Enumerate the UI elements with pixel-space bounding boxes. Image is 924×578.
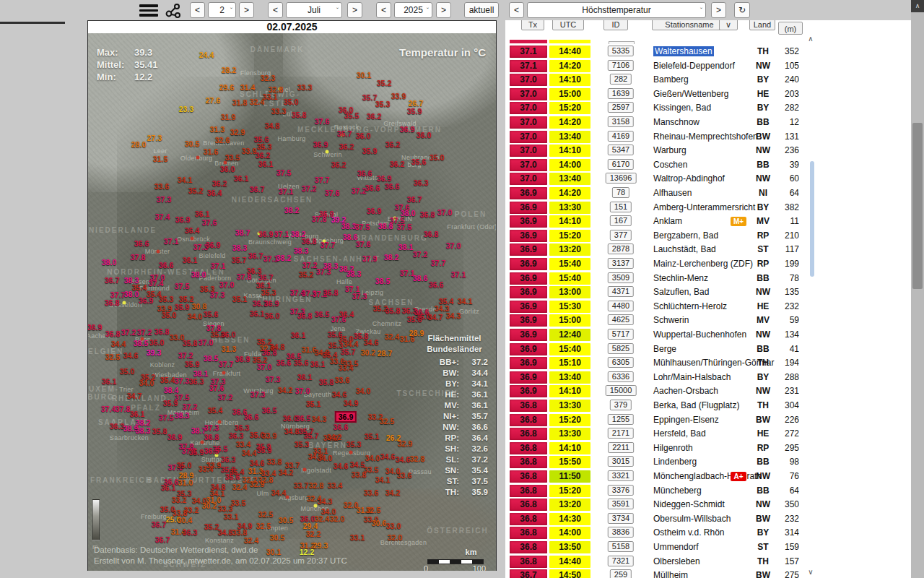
table-row[interactable]: 37.013:4013696Waltrop-AbdinghofNW60 xyxy=(505,172,816,186)
day-select[interactable]: 2ˇ xyxy=(208,2,236,18)
station-name[interactable]: Waltrop-Abdinghof xyxy=(653,173,725,184)
station-id-button[interactable]: 151 xyxy=(610,202,632,212)
station-name[interactable]: Obersulm-Willsbach xyxy=(653,514,731,524)
table-scrollbar-thumb[interactable] xyxy=(810,161,814,277)
mode-prev-button[interactable]: < xyxy=(509,2,524,18)
station-name[interactable]: Müllheim xyxy=(653,570,688,578)
station-id-button[interactable]: 1639 xyxy=(608,88,634,99)
table-row[interactable]: 37.114:207106Bielefeld-DeppendorfNW105 xyxy=(505,59,816,73)
table-row[interactable]: 36.813:203591Nideggen-SchmidtNW350 xyxy=(505,498,816,512)
station-id-button[interactable]: 7321 xyxy=(608,556,634,566)
station-name[interactable]: Bamberg xyxy=(653,74,689,85)
station-name[interactable]: Schwerin xyxy=(653,315,689,325)
table-row[interactable]: 37.015:001639Gießen/WettenbergHE203 xyxy=(505,87,816,101)
station-name[interactable]: Wuppertal-Buchenhofen xyxy=(653,329,746,340)
table-row[interactable]: 36.915:403137Mainz-Lerchenberg (ZDF)RP19… xyxy=(505,257,816,271)
station-id-button[interactable]: 3137 xyxy=(608,258,634,269)
station-id-button[interactable]: 4371 xyxy=(608,286,634,297)
refresh-button[interactable]: ↻ xyxy=(734,2,750,18)
table-row[interactable]: 36.813:30379Berka, Bad (Flugplatz)TH304 xyxy=(505,399,816,413)
station-id-button[interactable]: 5717 xyxy=(608,329,634,340)
mode-next-button[interactable]: > xyxy=(711,2,726,18)
station-id-button[interactable]: 15000 xyxy=(606,385,637,396)
station-name[interactable]: Müncheberg xyxy=(653,486,702,496)
day-prev-button[interactable]: < xyxy=(190,2,205,18)
table-row[interactable]: 36.814:003836Ostheim v.d. RhönBY314 xyxy=(505,526,816,540)
table-row[interactable]: 37.014:006170CoschenBB39 xyxy=(505,158,816,172)
station-id-button[interactable]: 4169 xyxy=(608,131,634,142)
table-row[interactable]: 37.014:203158ManschnowBB12 xyxy=(505,116,816,129)
temperature-map[interactable]: Max:Mittel:Min: 39.335.4112.2 Temperatur… xyxy=(88,33,496,571)
table-row[interactable]: 36.815:201255Eppingen-ElsenzBW226 xyxy=(505,413,816,427)
station-name[interactable]: Hersfeld, Bad xyxy=(653,428,706,439)
station-name[interactable]: Salzuflen, Bad xyxy=(653,287,709,297)
station-id-button[interactable]: 2211 xyxy=(608,442,634,453)
station-name[interactable]: Warburg xyxy=(653,145,687,155)
station-id-button[interactable]: 4480 xyxy=(608,301,634,311)
station-id-button[interactable]: 3734 xyxy=(608,513,634,524)
year-select[interactable]: 2025ˇ xyxy=(394,2,432,18)
station-id-button[interactable]: 5347 xyxy=(608,144,634,155)
year-prev-button[interactable]: < xyxy=(376,2,391,18)
station-name[interactable]: Eppingen-Elsenz xyxy=(653,415,719,425)
table-row[interactable]: 36.813:302171Hersfeld, BadHE272 xyxy=(505,427,816,441)
table-row[interactable]: 36.913:30151Amberg-UnterammersrichtBY382 xyxy=(505,201,816,215)
table-scroll-up-icon[interactable]: ∧ xyxy=(806,35,816,43)
table-row[interactable]: 36.814:102211HilgenrothRP295 xyxy=(505,441,816,455)
table-row[interactable]: 36.915:405825BergeBB41 xyxy=(505,342,816,356)
station-name[interactable]: Olbersleben xyxy=(653,556,700,566)
table-row[interactable]: 36.914:2078AlfhausenNI64 xyxy=(505,186,816,200)
table-row[interactable]: 36.915:403509Stechlin-MenzBB78 xyxy=(505,272,816,285)
scrollbar-thumb[interactable] xyxy=(912,123,923,289)
station-name[interactable]: Rheinau-Memprechtshofen xyxy=(653,131,758,142)
station-id-button[interactable]: 3376 xyxy=(608,485,634,496)
station-id-button[interactable]: 6170 xyxy=(608,159,634,170)
year-next-button[interactable]: > xyxy=(436,2,451,18)
station-id-button[interactable]: 6336 xyxy=(608,371,634,382)
station-id-button[interactable]: 3015 xyxy=(608,456,634,467)
station-id-button[interactable]: 2171 xyxy=(608,428,634,439)
station-name[interactable]: Coschen xyxy=(653,160,687,170)
table-row[interactable]: 36.814:407321OlberslebenTH157 xyxy=(505,555,816,569)
table-row[interactable]: 36.714:50259MüllheimBW275 xyxy=(505,569,816,578)
station-id-button[interactable]: 167 xyxy=(610,215,632,226)
table-row[interactable]: 36.913:202878Lauchstädt, BadST117 xyxy=(505,243,816,256)
station-id-button[interactable]: 5825 xyxy=(608,343,634,354)
header-utc[interactable]: UTC xyxy=(552,20,584,30)
station-id-button[interactable]: 3321 xyxy=(608,470,634,481)
station-name[interactable]: Schlüchtern-Herolz xyxy=(653,301,727,311)
station-name[interactable]: Berka, Bad (Flugplatz) xyxy=(653,400,739,410)
station-name[interactable]: Lohr/Main-Halsbach xyxy=(653,372,731,382)
station-name[interactable]: Kissingen, Bad xyxy=(653,103,711,113)
station-id-button[interactable]: 3158 xyxy=(608,116,634,127)
station-name[interactable]: Berge xyxy=(653,344,676,354)
table-row[interactable]: 37.013:404169Rheinau-MemprechtshofenBW13… xyxy=(505,130,816,144)
station-name[interactable]: Nideggen-Schmidt xyxy=(653,499,725,509)
station-name[interactable]: Stechlin-Menz xyxy=(653,273,708,283)
table-row[interactable]: 36.811:503321Mönchengladbach-HilderathA+… xyxy=(505,470,816,483)
station-id-button[interactable]: 13696 xyxy=(606,173,637,184)
header-elevation[interactable]: (m) xyxy=(778,22,803,35)
station-name[interactable]: Alfhausen xyxy=(653,188,692,198)
header-id[interactable]: ID xyxy=(603,20,628,30)
station-id-button[interactable]: 282 xyxy=(610,74,632,85)
table-row[interactable]: 36.915:106305Mühlhausen/Thüringen-Görmar… xyxy=(505,356,816,370)
station-name[interactable]: Manschnow xyxy=(653,117,699,127)
station-name[interactable]: Amberg-Unterammersricht xyxy=(653,202,755,212)
table-row[interactable]: 36.815:203376MünchebergBB64 xyxy=(505,484,816,498)
station-id-button[interactable]: 4625 xyxy=(608,314,634,325)
station-name[interactable]: Waltershausen xyxy=(653,46,714,56)
table-row[interactable]: 36.815:503015LindenbergBB98 xyxy=(505,455,816,469)
station-id-button[interactable]: 377 xyxy=(610,230,632,241)
month-select[interactable]: Juliˇ xyxy=(286,2,342,18)
table-row[interactable]: 37.114:405335WaltershausenTH352 xyxy=(505,45,816,59)
station-name[interactable]: Lindenberg xyxy=(653,457,697,467)
selected-station-marker[interactable]: 36.9 xyxy=(335,411,357,423)
table-row[interactable]: 37.014:10282BambergBY240 xyxy=(505,73,816,87)
header-filter-dropdown[interactable]: ∨ xyxy=(719,20,738,30)
station-id-button[interactable]: 6305 xyxy=(608,357,634,368)
table-row[interactable]: 36.914:10167AnklamM+MV11 xyxy=(505,215,816,228)
table-row[interactable]: 36.814:303734Obersulm-WillsbachBW232 xyxy=(505,512,816,526)
header-tx[interactable]: Tx xyxy=(521,20,544,30)
share-icon[interactable] xyxy=(165,3,182,22)
